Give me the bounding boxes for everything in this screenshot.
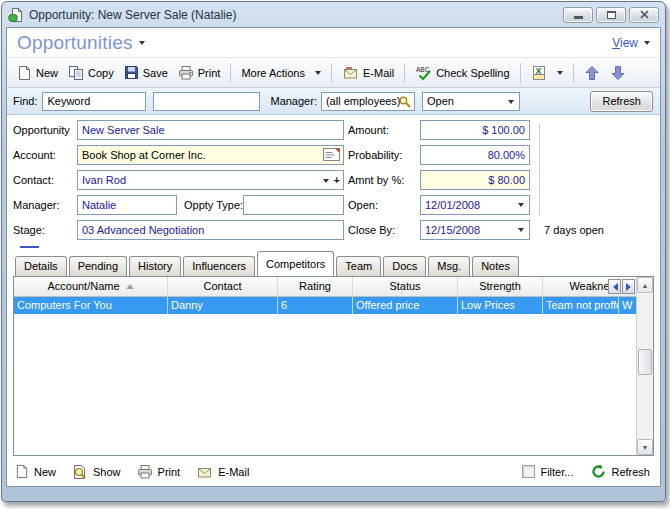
- open-date-label: Open:: [348, 199, 378, 213]
- tab-docs[interactable]: Docs: [383, 256, 426, 276]
- tab-notes[interactable]: Notes: [472, 256, 519, 276]
- contact-input[interactable]: Ivan Rod +: [77, 170, 344, 190]
- more-actions-button[interactable]: More Actions: [236, 65, 326, 81]
- contact-label: Contact:: [13, 174, 54, 188]
- print-icon: [178, 65, 194, 81]
- app-window: Opportunity: New Server Sale (Natalie) O…: [1, 1, 666, 502]
- view-menu-label: V: [612, 36, 620, 50]
- column-header-contact[interactable]: Contact: [168, 277, 278, 296]
- new-page-icon: [15, 464, 29, 479]
- status-select-caret-icon: [508, 100, 514, 107]
- cell-weakness: Team not proffe: [543, 297, 619, 314]
- tab-history[interactable]: History: [129, 256, 181, 276]
- spellcheck-icon: ABC: [415, 65, 432, 81]
- vertical-scrollbar[interactable]: ▲ ▼: [636, 277, 653, 455]
- opportunity-form: Opportunity New Server Sale Account: Boo…: [7, 115, 660, 244]
- column-header-account-name[interactable]: Account/Name: [14, 277, 168, 296]
- print-button[interactable]: Print: [173, 63, 226, 83]
- next-record-button[interactable]: [605, 63, 631, 83]
- opportunity-input[interactable]: New Server Sale: [77, 120, 344, 140]
- save-button[interactable]: Save: [119, 63, 173, 82]
- new-page-icon: [17, 65, 32, 81]
- tab-competitors[interactable]: Competitors: [257, 251, 334, 276]
- account-input[interactable]: Book Shop at Corner Inc.: [77, 145, 344, 165]
- scroll-columns-right-button[interactable]: [622, 279, 635, 294]
- filter-control[interactable]: Filter...: [522, 465, 573, 478]
- opportunity-label: Opportunity: [13, 124, 70, 138]
- tab-msg[interactable]: Msg.: [428, 256, 470, 276]
- list-email-button[interactable]: E-Mail: [196, 465, 249, 479]
- refresh-icon: [591, 464, 606, 479]
- minimize-button[interactable]: [563, 7, 593, 23]
- email-button[interactable]: E-Mail: [337, 64, 399, 82]
- amount-input[interactable]: $ 100.00: [420, 120, 530, 140]
- filter-checkbox[interactable]: [522, 465, 535, 478]
- new-button[interactable]: New: [12, 63, 63, 83]
- tab-pending[interactable]: Pending: [69, 256, 127, 276]
- toolbar-separator: [331, 63, 332, 83]
- page-title[interactable]: Opportunities: [17, 32, 133, 54]
- manager-field-label: Manager:: [13, 199, 59, 213]
- column-header-status[interactable]: Status: [353, 277, 458, 296]
- manager-filter-input[interactable]: (all employees): [321, 92, 415, 111]
- tab-strip: Details Pending History Influencers Comp…: [7, 244, 660, 276]
- scroll-up-button[interactable]: ▲: [637, 277, 653, 293]
- manager-input[interactable]: Natalie: [77, 195, 177, 215]
- previous-record-button[interactable]: [579, 63, 605, 83]
- amnt-by-pct-input[interactable]: $ 80.00: [420, 170, 530, 190]
- svg-text:X: X: [535, 66, 541, 76]
- scroll-down-button[interactable]: ▼: [637, 439, 653, 455]
- toolbar-separator: [230, 63, 231, 83]
- probability-input[interactable]: 80.00%: [420, 145, 530, 165]
- status-select[interactable]: Open: [422, 92, 520, 111]
- close-button[interactable]: [629, 7, 659, 23]
- contact-add-icon[interactable]: +: [334, 175, 340, 186]
- column-header-strength[interactable]: Strength: [458, 277, 543, 296]
- titlebar[interactable]: Opportunity: New Server Sale (Natalie): [2, 2, 665, 27]
- find-refresh-button[interactable]: Refresh: [590, 91, 653, 112]
- check-spelling-button[interactable]: ABC Check Spelling: [410, 63, 514, 83]
- export-excel-button[interactable]: X: [526, 63, 568, 83]
- bottom-toolbar: New Show Print E-Ma: [7, 456, 660, 487]
- window-title: Opportunity: New Server Sale (Natalie): [29, 8, 558, 22]
- close-by-date-picker[interactable]: 12/15/2008: [420, 220, 530, 240]
- contact-dropdown-icon[interactable]: [323, 179, 329, 186]
- find-keyword-input[interactable]: Keyword: [42, 92, 146, 111]
- app-header: Opportunities View: [7, 28, 660, 57]
- more-actions-caret-icon: [315, 71, 321, 78]
- search-icon[interactable]: [398, 95, 412, 109]
- tab-influencers[interactable]: Influencers: [183, 256, 255, 276]
- maximize-button[interactable]: [596, 7, 626, 23]
- email-icon: [196, 465, 213, 479]
- copy-button[interactable]: Copy: [63, 63, 119, 83]
- scrollbar-thumb[interactable]: [638, 349, 652, 375]
- arrow-up-icon: [584, 65, 600, 81]
- view-caret-icon: [644, 41, 650, 48]
- close-icon: [640, 10, 649, 19]
- view-menu[interactable]: View: [612, 36, 650, 50]
- page-title-caret-icon[interactable]: [139, 41, 145, 48]
- column-header-rating[interactable]: Rating: [278, 277, 353, 296]
- scroll-columns-left-button[interactable]: [608, 279, 621, 294]
- list-new-button[interactable]: New: [15, 464, 56, 479]
- open-date-picker[interactable]: 12/01/2008: [420, 195, 530, 215]
- toolbar-separator: [573, 63, 574, 83]
- tab-details[interactable]: Details: [15, 256, 67, 276]
- oppty-type-label: Oppty Type:: [184, 199, 243, 213]
- find-bar: Find: Keyword Manager: (all employees) O…: [7, 88, 660, 115]
- list-print-button[interactable]: Print: [137, 464, 181, 480]
- table-row-selected[interactable]: Computers For You Danny 6 Offered price …: [14, 297, 636, 314]
- tab-team[interactable]: Team: [336, 256, 381, 276]
- close-by-label: Close By:: [348, 224, 395, 238]
- cell-strength: Low Prices: [458, 297, 543, 314]
- find-secondary-input[interactable]: [153, 92, 260, 111]
- cell-contact: Danny: [168, 297, 278, 314]
- window-content: Opportunities View New Copy: [6, 27, 661, 487]
- list-refresh-button[interactable]: Refresh: [591, 464, 650, 479]
- oppty-type-input[interactable]: [243, 195, 344, 215]
- list-show-button[interactable]: Show: [72, 464, 121, 480]
- address-card-icon[interactable]: [323, 148, 340, 161]
- export-caret-icon: [557, 71, 563, 78]
- sort-ascending-icon: [126, 280, 134, 289]
- stage-input[interactable]: 03 Advanced Negotiation: [77, 220, 344, 240]
